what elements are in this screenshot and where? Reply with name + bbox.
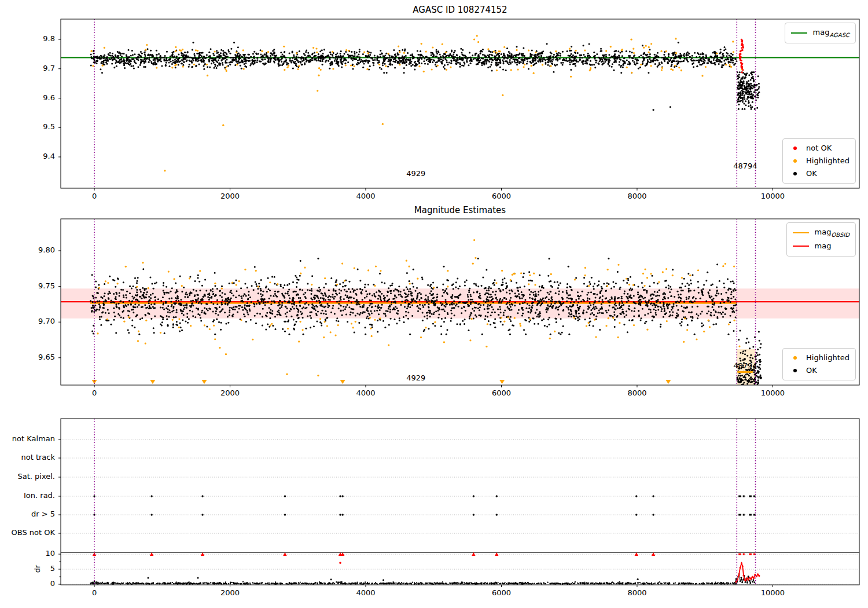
dr-capped-markers bbox=[93, 552, 756, 564]
figure: AGASC ID 108274152 492948794 magAGASC no… bbox=[0, 0, 868, 608]
orange-dot-icon bbox=[793, 356, 797, 360]
panel-agasc: 492948794 magAGASC not OK Highlighted OK… bbox=[61, 19, 859, 188]
panel2-title: Magnitude Estimates bbox=[61, 205, 859, 215]
x-tick-label: 8000 bbox=[617, 588, 657, 597]
panel-flags-dr: dr 0200040006000800010000not Kalmannot t… bbox=[61, 419, 859, 585]
legend-item-highlighted: Highlighted bbox=[789, 155, 849, 167]
red-dot-icon bbox=[793, 146, 797, 150]
orange-line-swatch bbox=[793, 232, 809, 233]
x-tick-label: 4000 bbox=[345, 588, 386, 597]
y-tick-label: 5 bbox=[14, 564, 55, 573]
y-tick-label: not track bbox=[0, 453, 55, 462]
y-tick-label: 9.70 bbox=[14, 317, 55, 325]
legend-label: magOBSID bbox=[815, 226, 849, 240]
x-tick-label: 2000 bbox=[210, 588, 251, 597]
x-tick-label: 6000 bbox=[481, 588, 521, 597]
orange-dot-icon bbox=[793, 159, 797, 163]
y-tick-label: OBS not OK bbox=[0, 528, 55, 537]
x-tick-label: 10000 bbox=[752, 389, 793, 397]
x-tick-label: 0 bbox=[74, 389, 115, 397]
legend-label: Highlighted bbox=[806, 351, 849, 364]
panel-magnitude-estimates: 492948794 magOBSID mag Highlighted OK 02… bbox=[61, 219, 859, 385]
x-tick-label: 0 bbox=[74, 588, 115, 597]
legend-item-mag-agasc: magAGASC bbox=[791, 26, 849, 40]
legend-label: Highlighted bbox=[806, 155, 849, 167]
y-tick-label: 9.80 bbox=[14, 246, 55, 254]
y-tick-label: Sat. pixel. bbox=[0, 472, 55, 481]
y-tick-label: dr > 5 bbox=[0, 510, 55, 518]
annotation-48794: 48794 bbox=[733, 361, 757, 370]
annotation-48794: 48794 bbox=[733, 162, 757, 170]
flags-plot-area bbox=[61, 419, 859, 585]
legend-item-mag-obsid: magOBSID bbox=[793, 226, 849, 240]
y-tick-label: 0 bbox=[14, 579, 55, 588]
legend-mag-lines: magOBSID mag bbox=[786, 222, 856, 257]
legend-mag-agasc: magAGASC bbox=[785, 23, 856, 43]
x-tick-label: 2000 bbox=[210, 389, 251, 397]
not-ok-points bbox=[739, 39, 744, 74]
x-tick-label: 6000 bbox=[481, 389, 521, 397]
gridlines bbox=[61, 439, 859, 584]
y-tick-label: 9.8 bbox=[14, 34, 55, 43]
y-tick-label: 9.4 bbox=[14, 152, 55, 160]
y-tick-label: 9.75 bbox=[14, 281, 55, 290]
y-tick-label: Ion. rad. bbox=[0, 491, 55, 500]
x-tick-label: 8000 bbox=[617, 389, 657, 397]
x-tick-label: 2000 bbox=[210, 192, 251, 200]
dr-baseline-points bbox=[90, 577, 737, 585]
legend-label: mag bbox=[815, 240, 832, 254]
legend-item-ok: OK bbox=[789, 364, 849, 377]
y-tick-label: 9.65 bbox=[14, 353, 55, 361]
x-tick-label: 10000 bbox=[752, 588, 793, 597]
ok-points bbox=[90, 258, 762, 386]
black-dot-icon bbox=[793, 172, 797, 175]
x-tick-label: 6000 bbox=[481, 192, 521, 200]
highlighted-points bbox=[90, 35, 742, 171]
legend-point-types-2: Highlighted OK bbox=[782, 348, 856, 380]
green-line-swatch bbox=[791, 32, 807, 34]
panel1-title: AGASC ID 108274152 bbox=[61, 5, 859, 15]
ok-points bbox=[90, 42, 760, 111]
y-tick-label: 9.5 bbox=[14, 122, 55, 131]
x-tick-label: 4000 bbox=[345, 389, 386, 397]
annotation-4929: 4929 bbox=[406, 169, 425, 178]
x-tick-label: 0 bbox=[74, 192, 115, 200]
dr-anomaly-red bbox=[735, 562, 760, 583]
legend-label: OK bbox=[806, 364, 817, 377]
flag-points bbox=[93, 495, 755, 515]
x-tick-label: 4000 bbox=[345, 192, 386, 200]
legend-label: not OK bbox=[806, 142, 832, 155]
legend-item-ok: OK bbox=[789, 167, 849, 180]
legend-item-mag: mag bbox=[793, 240, 849, 254]
mag-estimates-plot-area bbox=[61, 219, 859, 386]
clipped-low-markers bbox=[92, 380, 671, 384]
annotation-4929: 4929 bbox=[406, 373, 425, 382]
legend-label: OK bbox=[806, 167, 817, 180]
y-tick-label: not Kalman bbox=[0, 434, 55, 443]
legend-point-types-1: not OK Highlighted OK bbox=[782, 138, 856, 184]
y-tick-label: 9.6 bbox=[14, 93, 55, 102]
x-tick-label: 8000 bbox=[617, 192, 657, 200]
y-tick-label: 10 bbox=[14, 549, 55, 558]
legend-item-not-ok: not OK bbox=[789, 142, 849, 155]
red-line-swatch bbox=[793, 246, 809, 247]
y-tick-label: 9.7 bbox=[14, 64, 55, 72]
legend-item-highlighted: Highlighted bbox=[789, 351, 849, 364]
x-tick-label: 10000 bbox=[752, 192, 793, 200]
black-dot-icon bbox=[793, 369, 797, 372]
legend-label: magAGASC bbox=[813, 26, 849, 40]
